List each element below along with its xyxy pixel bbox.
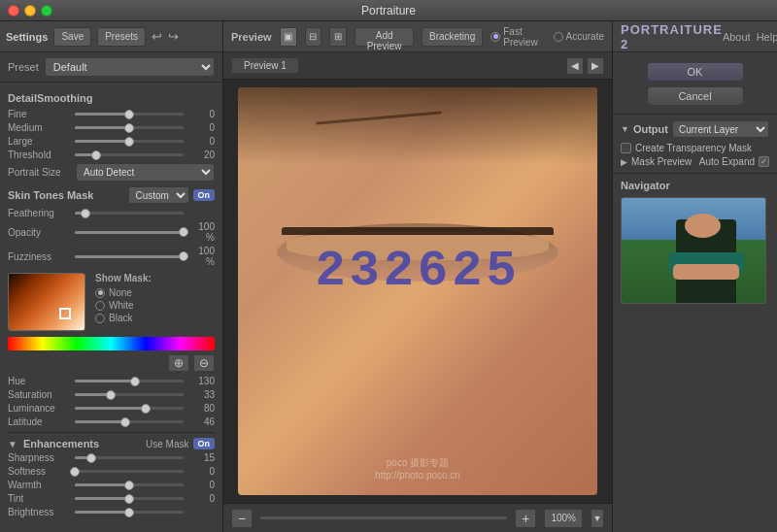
hue-track[interactable] bbox=[75, 380, 184, 382]
luminance-track[interactable] bbox=[75, 407, 184, 410]
title-bar: Portraiture bbox=[0, 0, 777, 21]
fuzziness-track[interactable] bbox=[75, 255, 184, 258]
settings-label: Settings bbox=[6, 31, 48, 43]
eyedropper-add-btn[interactable]: ⊕ bbox=[168, 354, 189, 372]
hue-color-bar[interactable] bbox=[8, 337, 215, 350]
medium-track[interactable] bbox=[75, 126, 184, 129]
single-preview-btn[interactable]: ▣ bbox=[280, 27, 297, 47]
redo-icon[interactable]: ↪ bbox=[168, 29, 179, 44]
radio-none-row[interactable]: None bbox=[95, 287, 152, 298]
preview-tab-bar: Preview 1 ◀ ▶ bbox=[223, 52, 612, 80]
about-button[interactable]: About bbox=[723, 31, 751, 43]
zoom-out-button[interactable]: − bbox=[231, 509, 253, 528]
preset-select[interactable]: Default bbox=[45, 57, 215, 77]
portrait-size-select[interactable]: Auto Detect bbox=[76, 163, 215, 182]
left-content: DetailSmoothing Fine 0 Medium 0 Large bbox=[0, 83, 222, 532]
show-mask-area: Show Mask: None White Black bbox=[95, 273, 152, 331]
help-button[interactable]: Help bbox=[757, 31, 777, 43]
softness-value: 0 bbox=[187, 466, 215, 477]
undo-icon[interactable]: ↩ bbox=[152, 29, 162, 44]
number-overlay: 232625 bbox=[315, 243, 520, 300]
preview-navigation: ◀ ▶ bbox=[566, 57, 604, 75]
save-button[interactable]: Save bbox=[53, 27, 91, 47]
skin-tones-mode-select[interactable]: Custom bbox=[128, 186, 189, 204]
feathering-track[interactable] bbox=[75, 212, 184, 215]
mask-preview-triangle-icon[interactable]: ▶ bbox=[621, 157, 627, 167]
presets-button[interactable]: Presets bbox=[97, 27, 146, 47]
skin-tones-title: Skin Tones Mask bbox=[8, 189, 93, 201]
enhancements-header: ▼ Enhancements Use Mask On bbox=[8, 432, 215, 449]
medium-slider-row: Medium 0 bbox=[8, 122, 215, 133]
sharpness-slider-row: Sharpness 15 bbox=[8, 452, 215, 463]
next-preview-btn[interactable]: ▶ bbox=[587, 57, 604, 75]
ok-button[interactable]: OK bbox=[647, 62, 744, 82]
output-label: Output bbox=[633, 123, 668, 135]
portraiture2-title: PORTRAITURE 2 bbox=[621, 22, 723, 51]
app-title: Portraiture bbox=[361, 4, 416, 17]
accurate-radio[interactable]: Accurate bbox=[554, 31, 604, 42]
preview-tab-1[interactable]: Preview 1 bbox=[231, 57, 299, 74]
mask-preview-label: Mask Preview bbox=[631, 156, 692, 167]
sharpness-label: Sharpness bbox=[8, 452, 71, 463]
right-header: PORTRAITURE 2 About Help bbox=[613, 21, 777, 52]
enhancements-toggle[interactable]: ▼ bbox=[8, 439, 17, 449]
output-select[interactable]: Current Layer bbox=[672, 120, 769, 138]
fast-preview-radio[interactable]: Fast Preview bbox=[490, 26, 545, 48]
minimize-button[interactable] bbox=[24, 5, 36, 17]
sharpness-track[interactable] bbox=[75, 456, 184, 459]
radio-none-label: None bbox=[109, 287, 132, 298]
skin-tones-on-badge[interactable]: On bbox=[193, 189, 216, 201]
preset-label: Preset bbox=[8, 61, 39, 73]
brightness-track[interactable] bbox=[75, 511, 184, 514]
zoom-slider[interactable] bbox=[260, 516, 507, 519]
threshold-track[interactable] bbox=[75, 153, 184, 156]
radio-none[interactable] bbox=[95, 288, 105, 298]
luminance-slider-row: Luminance 80 bbox=[8, 403, 215, 414]
enhancements-on-badge[interactable]: On bbox=[193, 438, 216, 449]
latitude-track[interactable] bbox=[75, 420, 184, 423]
add-preview-button[interactable]: Add Preview bbox=[355, 27, 414, 47]
prev-preview-btn[interactable]: ◀ bbox=[566, 57, 584, 75]
preview-label: Preview bbox=[231, 31, 272, 43]
brightness-label: Brightness bbox=[8, 507, 71, 517]
left-panel: Settings Save Presets ↩ ↪ Preset Default… bbox=[0, 21, 223, 532]
output-header: ▼ Output Current Layer bbox=[621, 120, 769, 138]
accurate-radio-button[interactable] bbox=[554, 32, 563, 42]
large-track[interactable] bbox=[75, 140, 184, 143]
large-slider-row: Large 0 bbox=[8, 136, 215, 147]
softness-track[interactable] bbox=[75, 470, 184, 473]
cancel-button[interactable]: Cancel bbox=[647, 86, 744, 106]
medium-label: Medium bbox=[8, 122, 71, 133]
radio-white-row[interactable]: White bbox=[95, 300, 152, 311]
radio-black-row[interactable]: Black bbox=[95, 313, 152, 323]
fuzziness-label: Fuzziness bbox=[8, 251, 71, 262]
warmth-value: 0 bbox=[187, 480, 215, 490]
zoom-dropdown-btn[interactable]: ▼ bbox=[591, 509, 604, 528]
split-preview-btn[interactable]: ⊟ bbox=[305, 27, 322, 47]
auto-expand-checkbox[interactable] bbox=[759, 156, 769, 167]
preview-toolbar: Preview ▣ ⊟ ⊞ Add Preview Bracketing Fas… bbox=[223, 21, 612, 52]
eyedropper-subtract-btn[interactable]: ⊖ bbox=[193, 354, 215, 372]
tint-track[interactable] bbox=[75, 497, 184, 500]
fine-value: 0 bbox=[187, 109, 215, 119]
fine-slider-row: Fine 0 bbox=[8, 109, 215, 119]
opacity-track[interactable] bbox=[75, 231, 184, 234]
create-transparency-checkbox[interactable] bbox=[621, 143, 631, 153]
tint-label: Tint bbox=[8, 493, 71, 504]
saturation-track[interactable] bbox=[75, 393, 184, 396]
radio-black[interactable] bbox=[95, 314, 105, 323]
window-controls[interactable] bbox=[8, 5, 52, 17]
close-button[interactable] bbox=[8, 5, 19, 17]
bracketing-button[interactable]: Bracketing bbox=[422, 27, 483, 47]
color-swatch[interactable] bbox=[8, 273, 85, 331]
fast-preview-radio-button[interactable] bbox=[490, 32, 500, 42]
radio-white[interactable] bbox=[95, 301, 105, 311]
warmth-track[interactable] bbox=[75, 483, 184, 486]
zoom-in-button[interactable]: + bbox=[515, 509, 536, 528]
multi-preview-btn[interactable]: ⊞ bbox=[329, 27, 347, 47]
accurate-label: Accurate bbox=[566, 31, 604, 42]
fine-track[interactable] bbox=[75, 113, 184, 116]
large-label: Large bbox=[8, 136, 71, 147]
luminance-value: 80 bbox=[187, 403, 215, 414]
maximize-button[interactable] bbox=[41, 5, 52, 17]
